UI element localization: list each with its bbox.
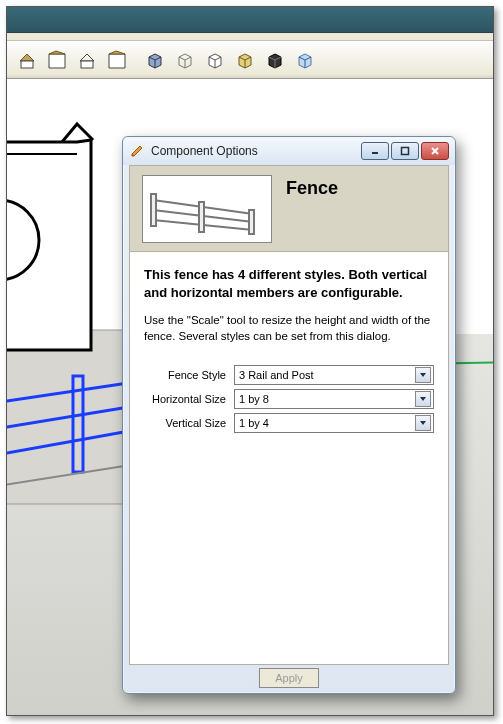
vertical-size-label: Vertical Size	[144, 417, 234, 429]
svg-marker-4	[80, 54, 94, 61]
chevron-down-icon	[415, 415, 431, 431]
svg-rect-5	[81, 61, 93, 68]
svg-rect-36	[249, 210, 254, 234]
component-thumbnail	[142, 175, 272, 243]
dialog-content-pane: This fence has 4 different styles. Both …	[129, 251, 449, 665]
face-style-shaded-button[interactable]	[141, 46, 169, 74]
component-name: Fence	[286, 178, 338, 199]
face-style-monochrome-button[interactable]	[261, 46, 289, 74]
app-titlebar	[7, 7, 493, 33]
fence-style-select[interactable]: 3 Rail and Post	[234, 365, 434, 385]
chevron-down-icon	[415, 367, 431, 383]
horizontal-size-value: 1 by 8	[239, 393, 269, 405]
svg-marker-37	[420, 373, 426, 377]
style-preset-1-button[interactable]	[13, 46, 41, 74]
svg-marker-6	[109, 54, 125, 68]
close-button[interactable]	[421, 142, 449, 160]
pencil-icon	[129, 143, 145, 159]
app-toolbar	[7, 41, 493, 79]
horizontal-size-label: Horizontal Size	[144, 393, 234, 405]
dialog-titlebar[interactable]: Component Options	[123, 137, 455, 165]
face-style-xray-button[interactable]	[291, 46, 319, 74]
vertical-size-select[interactable]: 1 by 4	[234, 413, 434, 433]
svg-marker-0	[20, 54, 34, 61]
face-style-textured-button[interactable]	[231, 46, 259, 74]
component-description-bold: This fence has 4 different styles. Both …	[144, 266, 434, 301]
svg-marker-38	[420, 397, 426, 401]
component-preview-area: Fence	[129, 165, 449, 251]
face-style-hidden-button[interactable]	[171, 46, 199, 74]
component-options-dialog: Component Options	[122, 136, 456, 694]
face-style-wireframe-button[interactable]	[201, 46, 229, 74]
svg-marker-25	[132, 146, 142, 156]
svg-rect-35	[199, 202, 204, 232]
horizontal-size-select[interactable]: 1 by 8	[234, 389, 434, 409]
minimize-button[interactable]	[361, 142, 389, 160]
svg-marker-3	[49, 51, 65, 54]
style-preset-3-button[interactable]	[73, 46, 101, 74]
svg-rect-28	[402, 148, 409, 155]
svg-marker-7	[109, 51, 125, 54]
dialog-title: Component Options	[151, 144, 361, 158]
fence-style-value: 3 Rail and Post	[239, 369, 314, 381]
apply-button[interactable]: Apply	[259, 668, 319, 688]
svg-marker-2	[49, 54, 65, 68]
style-preset-2-button[interactable]	[43, 46, 71, 74]
app-menubar	[7, 33, 493, 41]
component-description: Use the "Scale" tool to resize the heigh…	[144, 313, 434, 344]
svg-marker-39	[420, 421, 426, 425]
fence-style-label: Fence Style	[144, 369, 234, 381]
svg-rect-1	[21, 61, 33, 68]
chevron-down-icon	[415, 391, 431, 407]
vertical-size-value: 1 by 4	[239, 417, 269, 429]
maximize-button[interactable]	[391, 142, 419, 160]
style-preset-4-button[interactable]	[103, 46, 131, 74]
svg-rect-34	[151, 194, 156, 226]
